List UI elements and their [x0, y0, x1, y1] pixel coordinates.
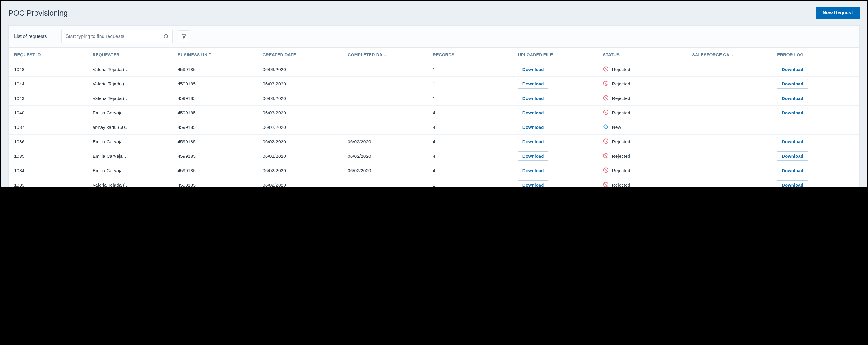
- table-row[interactable]: 1034Emilia Carvajal ...459918506/02/2020…: [9, 164, 859, 178]
- download-error-log-button[interactable]: Download: [777, 94, 808, 103]
- status-label: Rejected: [612, 81, 630, 87]
- rejected-icon: [603, 109, 609, 116]
- new-request-button[interactable]: New Request: [816, 7, 860, 19]
- download-uploaded-button[interactable]: Download: [518, 108, 549, 117]
- svg-line-10: [604, 111, 607, 114]
- cell-salesforce-case: [689, 178, 774, 188]
- cell-business-unit: 4599185: [175, 91, 259, 106]
- cell-error-log: Download: [774, 135, 859, 149]
- cell-salesforce-case: [689, 62, 774, 77]
- svg-point-11: [604, 125, 605, 126]
- col-records[interactable]: RECORDS: [430, 48, 515, 62]
- cell-records: 4: [430, 106, 515, 120]
- download-error-log-button[interactable]: Download: [777, 65, 808, 74]
- cell-salesforce-case: [689, 91, 774, 106]
- search-input[interactable]: [61, 30, 173, 43]
- cell-error-log: Download: [774, 178, 859, 188]
- cell-salesforce-case: [689, 77, 774, 91]
- table-row[interactable]: 1035Emilia Carvajal ...459918506/02/2020…: [9, 149, 859, 164]
- col-error-log[interactable]: ERROR LOG: [774, 48, 859, 62]
- col-requester[interactable]: REQUESTER: [90, 48, 175, 62]
- table-row[interactable]: 1037abhay kadu (50...459918506/02/20204D…: [9, 120, 859, 135]
- cell-error-log: Download: [774, 62, 859, 77]
- table-row[interactable]: 1044Valeria Tejada (...459918506/03/2020…: [9, 77, 859, 91]
- cell-created-date: 06/02/2020: [259, 164, 345, 178]
- cell-status: New: [600, 120, 689, 135]
- table-row[interactable]: 1036Emilia Carvajal ...459918506/02/2020…: [9, 135, 859, 149]
- cell-request-id: 1043: [9, 91, 90, 106]
- download-uploaded-button[interactable]: Download: [518, 94, 549, 103]
- cell-status: Rejected: [600, 164, 689, 178]
- toolbar: List of requests: [9, 26, 859, 48]
- table-row[interactable]: 1043Valeria Tejada (...459918506/03/2020…: [9, 91, 859, 106]
- search-icon[interactable]: [162, 32, 170, 41]
- download-error-log-button[interactable]: Download: [777, 79, 808, 88]
- status-label: Rejected: [612, 168, 630, 173]
- status-label: Rejected: [612, 67, 630, 72]
- download-uploaded-button[interactable]: Download: [518, 65, 549, 74]
- download-uploaded-button[interactable]: Download: [518, 137, 549, 146]
- cell-status: Rejected: [600, 135, 689, 149]
- cell-created-date: 06/03/2020: [259, 106, 345, 120]
- download-error-log-button[interactable]: Download: [777, 137, 808, 146]
- cell-business-unit: 4599185: [175, 164, 259, 178]
- download-error-log-button[interactable]: Download: [777, 180, 808, 187]
- table-row[interactable]: 1048Valeria Tejada (...459918506/03/2020…: [9, 62, 859, 77]
- download-error-log-button[interactable]: Download: [777, 108, 808, 117]
- table-row[interactable]: 1033Valeria Tejada (...459918506/02/2020…: [9, 178, 859, 188]
- rejected-icon: [603, 153, 609, 160]
- cell-created-date: 06/02/2020: [259, 135, 345, 149]
- cell-status: Rejected: [600, 149, 689, 164]
- col-salesforce-case[interactable]: SALESFORCE CA...: [689, 48, 774, 62]
- cell-request-id: 1034: [9, 164, 90, 178]
- cell-salesforce-case: [689, 135, 774, 149]
- cell-request-id: 1037: [9, 120, 90, 135]
- download-uploaded-button[interactable]: Download: [518, 122, 549, 132]
- cell-error-log: [774, 120, 859, 135]
- cell-status: Rejected: [600, 62, 689, 77]
- filter-button[interactable]: [178, 30, 190, 42]
- download-uploaded-button[interactable]: Download: [518, 151, 549, 161]
- cell-created-date: 06/02/2020: [259, 120, 345, 135]
- tag-icon: [603, 124, 609, 131]
- download-error-log-button[interactable]: Download: [777, 151, 808, 161]
- rejected-icon: [603, 66, 609, 73]
- rejected-icon: [603, 167, 609, 174]
- col-completed-date[interactable]: COMPLETED DA...: [345, 48, 430, 62]
- cell-requester: Valeria Tejada (...: [90, 91, 175, 106]
- cell-records: 4: [430, 120, 515, 135]
- svg-line-17: [604, 169, 607, 172]
- cell-request-id: 1033: [9, 178, 90, 188]
- col-created-date[interactable]: CREATED DATE: [259, 48, 345, 62]
- download-uploaded-button[interactable]: Download: [518, 79, 549, 88]
- download-error-log-button[interactable]: Download: [777, 166, 808, 175]
- svg-line-4: [604, 67, 607, 70]
- col-business-unit[interactable]: BUSINESS UNIT: [175, 48, 259, 62]
- col-status[interactable]: STATUS: [600, 48, 689, 62]
- svg-marker-2: [182, 34, 186, 38]
- rejected-icon: [603, 181, 609, 188]
- cell-records: 1: [430, 91, 515, 106]
- cell-completed-date: [345, 77, 430, 91]
- status-label: Rejected: [612, 139, 630, 144]
- cell-business-unit: 4599185: [175, 77, 259, 91]
- col-request-id[interactable]: REQUEST ID: [9, 48, 90, 62]
- cell-completed-date: [345, 178, 430, 188]
- cell-completed-date: 06/02/2020: [345, 135, 430, 149]
- cell-records: 4: [430, 164, 515, 178]
- cell-records: 1: [430, 178, 515, 188]
- cell-uploaded-file: Download: [515, 164, 600, 178]
- cell-requester: Valeria Tejada (...: [90, 178, 175, 188]
- cell-completed-date: [345, 106, 430, 120]
- cell-completed-date: [345, 91, 430, 106]
- cell-created-date: 06/02/2020: [259, 178, 345, 188]
- cell-uploaded-file: Download: [515, 106, 600, 120]
- cell-request-id: 1036: [9, 135, 90, 149]
- download-uploaded-button[interactable]: Download: [518, 166, 549, 175]
- cell-records: 1: [430, 77, 515, 91]
- cell-uploaded-file: Download: [515, 91, 600, 106]
- col-uploaded-file[interactable]: UPLOADED FILE: [515, 48, 600, 62]
- download-uploaded-button[interactable]: Download: [518, 180, 549, 187]
- table-row[interactable]: 1040Emilia Carvajal ...459918506/03/2020…: [9, 106, 859, 120]
- cell-error-log: Download: [774, 77, 859, 91]
